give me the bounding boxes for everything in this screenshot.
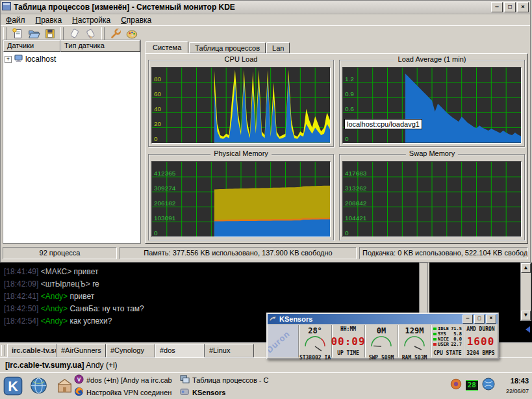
gauge-value: 0M [377,326,386,335]
menu-настройка[interactable]: Настройка [67,15,116,25]
svg-text:0: 0 [154,135,158,142]
cpu-state-name: IDLE [438,326,449,331]
splitter-collapse-icon[interactable] [526,326,530,333]
sensor-host-label: localhost [25,55,56,64]
channel-tab--dos[interactable]: #dos [155,344,205,357]
message-text: re [92,279,99,289]
cpu-state-chip-icon [433,338,437,341]
menu-файл[interactable]: Файл [1,15,31,25]
menu-правка[interactable]: Правка [31,15,68,25]
sensor-column-header[interactable]: Датчики [3,40,60,52]
new-worksheet-button[interactable] [9,27,25,41]
message-text: СаняБа: ну что там? [70,304,144,313]
scroll-down-icon[interactable]: ▼ [521,311,531,320]
cpu-state-value: 5.8 [453,331,462,337]
minimize-button[interactable]: – [491,2,503,12]
sensor-tooltip: localhost:cpu/loadavg1 [344,119,422,129]
message-nick: <штЫрлецЪ> [41,279,92,289]
svg-text:313262: 313262 [345,185,367,192]
close-button[interactable]: × [517,2,529,12]
svg-text:K: K [8,378,18,394]
svg-text:0: 0 [154,229,158,236]
sensor-column-header[interactable]: Тип датчика [60,40,140,52]
task-button[interactable]: Настройка VPN соединен [73,386,179,398]
minimize-button[interactable]: – [462,315,473,324]
ksensors-titlebar[interactable]: KSensors –□× [268,314,498,324]
chart-display[interactable]: 4176833132622088421044210 [342,161,522,238]
sysmon-content: ДатчикиТип датчика +localhost СистемаТаб… [3,40,528,244]
sensor-tree: +localhost [3,52,140,243]
ksensors-panel-up-time: HH:MM00:09UP TIME [331,325,364,357]
ksensors-title: KSensors [279,315,459,323]
maximize-button[interactable]: □ [474,315,485,324]
sysmon-statusbar: 92 процессаПамять: 377.556 KB использова… [3,246,528,260]
tab-lan[interactable]: Lan [266,42,290,53]
lcd-label: UP TIME [337,350,359,356]
maximize-button[interactable]: □ [504,2,516,12]
task-button[interactable]: V#dos (+tn) [Andy на irc.cab [73,374,179,386]
task-list: V#dos (+tn) [Andy на irc.cabТаблица проц… [73,374,310,398]
palette-button[interactable] [123,27,140,41]
swap-status: Подкачка: 0 KB использовано, 522.104 KB … [359,247,528,259]
tab-система[interactable]: Система [146,41,188,53]
globe-tray-icon[interactable] [481,377,496,394]
nicklist-scrollbar[interactable]: ▲ ▼ [520,263,531,321]
toolbar-separator [60,27,64,40]
chart-group-title: Physical Memory [210,149,272,157]
chart-display[interactable]: 1.20.90.60.30 [342,67,522,144]
connect-host-button[interactable] [66,27,82,41]
menu-bar: ФайлПравкаНастройкаСправка [1,14,530,25]
svg-text:20: 20 [154,120,162,127]
save-worksheet-button[interactable] [42,27,58,41]
gauge-label: RAM 503M [402,355,427,361]
ksensors-logo-text: Duron [268,329,292,355]
firefox-icon [74,387,84,398]
taskbar: K V#dos (+tn) [Andy на irc.cabТаблица пр… [0,372,532,399]
open-worksheet-button[interactable] [25,27,42,41]
kmenu-button[interactable]: K [2,375,23,396]
taskbar-clock[interactable]: 18:43 22/06/07 [506,376,529,396]
svg-text:0: 0 [345,135,349,142]
message-timestamp: [18:42:09] [4,279,41,289]
ksensors-icon [180,387,190,398]
sysmon-titlebar[interactable]: Таблица процессов [изменён] - Системный … [1,1,530,14]
channel-tab--cynology[interactable]: #Cynology [106,344,155,357]
sysmon-window-icon [2,1,11,13]
svg-text:417683: 417683 [345,170,367,177]
menu-справка[interactable]: Справка [116,15,157,25]
channel-tab--airgunners[interactable]: #AirGunners [57,344,106,357]
gear-tray-icon[interactable] [450,378,462,393]
chart-group-title: Load Average (1 min) [395,55,470,63]
task-button[interactable]: KSensors [179,386,310,398]
tree-expander-icon[interactable]: + [5,56,12,63]
svg-text:412365: 412365 [154,170,176,177]
chart-display[interactable]: 806040200 [151,67,331,144]
clock-time: 18:43 [506,376,529,386]
scroll-up-icon[interactable]: ▲ [521,263,531,273]
lcd-value: 1600 [467,335,495,348]
ksensors-panel-st38002-ia: 28°ST38002 IA [298,325,331,357]
tabbar-drag-handle[interactable] [1,345,5,356]
svg-text:V: V [77,376,81,383]
clock-date: 22/06/07 [506,386,529,396]
irc-user-modes: Andy (+i) [86,361,117,370]
cpu-state-rows: IDLE71.5SYS5.8NICE0.0USER22.7 [432,326,463,347]
temperature-tray-lcd[interactable]: 28 [466,380,478,391]
disconnect-host-button[interactable] [82,27,99,41]
gauge-value: 28° [308,326,322,335]
configure-button[interactable] [107,27,123,41]
cpu-state-label: CPU STATE [433,350,461,356]
cpu-state-row: SYS5.8 [433,331,462,337]
task-button[interactable]: Таблица процессов - С [179,374,310,386]
browser-globe-button[interactable] [28,375,49,396]
tab-таблица-процессов[interactable]: Таблица процессов [189,42,266,53]
channel-tab--linux[interactable]: #Linux [205,344,254,357]
lcd-caption: AMD DURON [466,326,494,332]
channel-tab-irc-cable-tv-su[interactable]: irc.cable-tv.su [7,344,57,357]
sysmon-title: Таблица процессов [изменён] - Системный … [14,3,487,12]
message-timestamp: [18:42:41] [4,292,41,301]
gauge-value: 129M [405,326,424,335]
close-button[interactable]: × [486,315,496,324]
sensor-tree-item-localhost[interactable]: +localhost [5,54,139,64]
chart-display[interactable]: 4123653092742061821030910 [151,161,331,238]
